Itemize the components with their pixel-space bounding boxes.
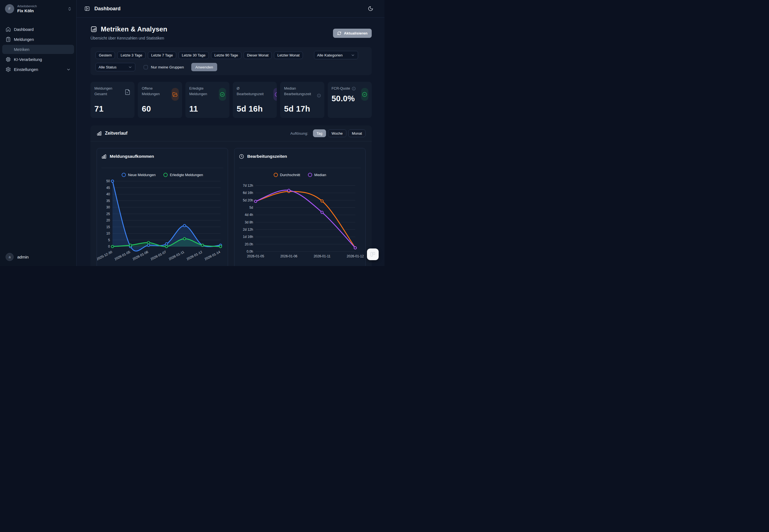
svg-text:5d 20h: 5d 20h — [243, 198, 253, 202]
legend-dot — [274, 173, 278, 177]
info-icon — [317, 93, 321, 98]
workspace-name: Fix Köln — [17, 8, 64, 13]
topbar-title: Dashboard — [94, 6, 121, 12]
bar-chart-icon — [101, 154, 107, 159]
apply-button[interactable]: Anwenden — [191, 63, 217, 71]
home-icon — [6, 27, 11, 32]
sidebar-item-metriken[interactable]: Metriken — [2, 45, 74, 54]
chevron-down-icon — [66, 67, 71, 72]
line-chart-meldungsaufkommen[interactable]: 051015202530354045502025-12-302026-01-05… — [101, 178, 223, 262]
refresh-button[interactable]: Aktualisieren — [333, 29, 372, 38]
svg-text:2026-01-14: 2026-01-14 — [204, 250, 221, 261]
svg-text:7d 12h: 7d 12h — [243, 184, 253, 188]
chip-icon — [6, 57, 11, 62]
user-menu[interactable]: a admin — [6, 253, 29, 261]
category-select[interactable]: Alle Kategorien — [314, 51, 358, 59]
chevrons-up-down-icon[interactable] — [67, 7, 72, 11]
legend-item-erledigte-meldungen[interactable]: Erledigte Meldungen — [163, 172, 203, 177]
resolution-tag[interactable]: Tag — [313, 129, 326, 137]
svg-text:5: 5 — [108, 238, 110, 242]
check-circle-icon — [219, 88, 226, 101]
sidebar-nav: DashboardMeldungenMetrikenKI-Verarbeitun… — [0, 25, 76, 74]
filter-panel: GesternLetzte 3 TageLetzte 7 TageLetzte … — [90, 47, 372, 75]
stat-cards-row: Meldungen Gesamt 71Offene Meldungen 60Er… — [90, 82, 372, 118]
floating-widget-button[interactable] — [367, 248, 378, 260]
sidebar-item-label: Dashboard — [14, 27, 34, 32]
chart-title: Meldungsaufkommen — [110, 154, 154, 159]
sidebar-item-ki-verarbeitung[interactable]: KI-Verarbeitung — [2, 55, 74, 64]
legend-item-median[interactable]: Median — [308, 172, 326, 177]
stat-card-meldungen-gesamt: Meldungen Gesamt 71 — [90, 82, 134, 118]
my-groups-checkbox[interactable] — [144, 65, 148, 69]
svg-text:25: 25 — [106, 212, 110, 216]
sidebar-item-meldungen[interactable]: Meldungen — [2, 35, 74, 44]
folder-open-icon — [171, 88, 179, 101]
stat-card-erledigte-meldungen: Erledigte Meldungen 11 — [185, 82, 229, 118]
svg-text:2026-01-06: 2026-01-06 — [132, 250, 149, 261]
workspace-switcher[interactable]: F Arbeitsbereich Fix Köln — [0, 0, 76, 18]
stat-value: 60 — [142, 104, 178, 114]
svg-text:0.0h: 0.0h — [247, 250, 253, 253]
workspace-avatar: F — [5, 4, 14, 13]
info-icon — [351, 87, 356, 91]
file-text-icon — [124, 89, 131, 95]
resolution-label: Auflösung: — [290, 131, 308, 136]
range-chip-dieser-monat[interactable]: Dieser Monat — [244, 51, 272, 59]
svg-text:2026-01-12: 2026-01-12 — [346, 254, 364, 258]
badge-check-icon — [361, 88, 368, 101]
svg-text:2025-12-30: 2025-12-30 — [97, 250, 113, 261]
user-name: admin — [17, 255, 29, 259]
svg-text:2026-01-12: 2026-01-12 — [186, 250, 203, 261]
charts-grid: Meldungsaufkommen Neue MeldungenErledigt… — [90, 141, 372, 266]
clock-icon — [273, 88, 277, 101]
page-title: Metriken & Analysen — [101, 25, 167, 33]
svg-text:2026-01-05: 2026-01-05 — [114, 250, 131, 261]
page-header: Metriken & Analysen Übersicht über Kennz… — [90, 25, 372, 40]
timeline-header: Zeitverlauf Auflösung: TagWocheMonat — [90, 125, 372, 141]
status-select[interactable]: Alle Status — [95, 63, 135, 71]
svg-text:20.0h: 20.0h — [245, 242, 253, 246]
my-groups-label: Nur meine Gruppen — [151, 65, 184, 69]
chart-title: Bearbeitungszeiten — [247, 154, 287, 159]
resolution-monat[interactable]: Monat — [348, 129, 365, 137]
range-chip-gestern[interactable]: Gestern — [95, 51, 115, 59]
range-chip-letzte-3-tage[interactable]: Letzte 3 Tage — [117, 51, 146, 59]
timeline-title: Zeitverlauf — [105, 131, 127, 136]
workspace-label: Arbeitsbereich — [17, 4, 64, 8]
stat-label: Offene Meldungen — [142, 86, 171, 97]
refresh-icon — [337, 31, 341, 35]
svg-text:45: 45 — [106, 186, 110, 190]
bar-chart-icon — [97, 131, 102, 136]
stat-label: Ø Bearbeitungszeit — [237, 86, 266, 97]
stat-card-bearbeitungszeit: Ø Bearbeitungszeit 5d 16h — [233, 82, 277, 118]
svg-text:3d 8h: 3d 8h — [245, 220, 253, 224]
page-subtitle: Übersicht über Kennzahlen und Statistike… — [90, 36, 333, 40]
legend-dot — [122, 173, 126, 177]
avatar: a — [6, 253, 14, 261]
stat-value: 5d 17h — [284, 104, 320, 114]
svg-text:1d 16h: 1d 16h — [243, 235, 253, 239]
stat-card-offene-meldungen: Offene Meldungen 60 — [138, 82, 182, 118]
chart-card-bearbeitungszeiten: Bearbeitungszeiten DurchschnittMedian 0.… — [234, 148, 365, 266]
svg-text:30: 30 — [106, 205, 110, 209]
range-chip-letzte-90-tage[interactable]: Letzte 90 Tage — [211, 51, 241, 59]
sidebar-item-einstellungen[interactable]: Einstellungen — [2, 65, 74, 74]
sidebar-item-label: Einstellungen — [14, 67, 38, 72]
line-chart-bearbeitungszeiten[interactable]: 0.0h20.0h1d 16h2d 12h3d 8h4d 4h5d5d 20h6… — [239, 178, 361, 262]
filter-row-2: Alle Status Nur meine Gruppen Anwenden — [95, 63, 367, 71]
stat-value: 71 — [94, 104, 131, 114]
resolution-woche[interactable]: Woche — [328, 129, 346, 137]
sidebar-item-dashboard[interactable]: Dashboard — [2, 25, 74, 34]
range-chip-letzte-30-tage[interactable]: Letzte 30 Tage — [178, 51, 209, 59]
legend-item-neue-meldungen[interactable]: Neue Meldungen — [122, 172, 156, 177]
widget-logo-icon — [370, 251, 376, 257]
sidebar: F Arbeitsbereich Fix Köln DashboardMeldu… — [0, 0, 77, 266]
resolution-buttons: TagWocheMonat — [311, 129, 365, 137]
gear-icon — [6, 67, 11, 72]
range-chip-letzter-monat[interactable]: Letzter Monat — [274, 51, 303, 59]
range-chip-letzte-7-tage[interactable]: Letzte 7 Tage — [148, 51, 176, 59]
sidebar-collapse-icon[interactable] — [84, 6, 90, 11]
svg-text:2d 12h: 2d 12h — [243, 228, 253, 231]
legend-item-durchschnitt[interactable]: Durchschnitt — [274, 172, 300, 177]
dark-mode-toggle-moon-icon[interactable] — [368, 6, 373, 11]
